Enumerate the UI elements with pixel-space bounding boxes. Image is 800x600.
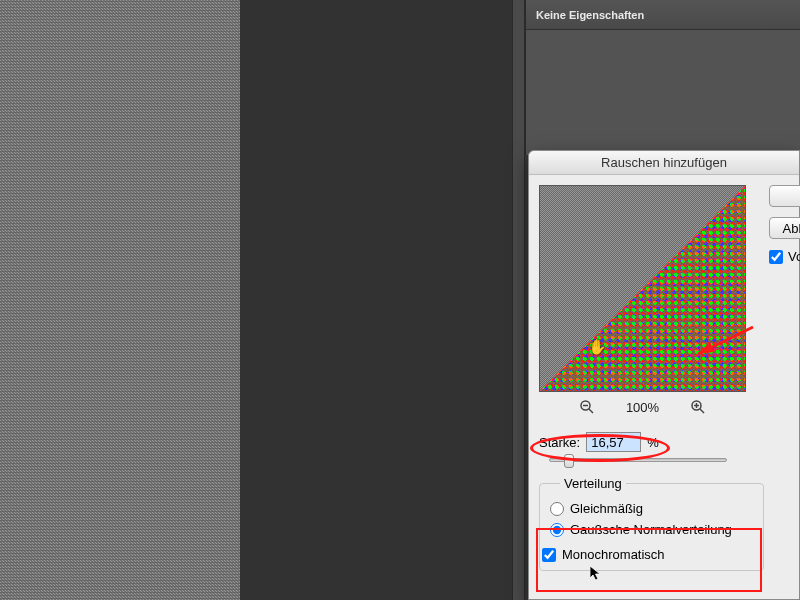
- svg-line-5: [700, 409, 704, 413]
- zoom-out-button[interactable]: [578, 398, 596, 416]
- amount-slider-thumb[interactable]: [564, 454, 574, 468]
- monochrome-label: Monochromatisch: [562, 547, 665, 562]
- preview-label: Vorschau: [788, 249, 800, 264]
- distribution-uniform-radio[interactable]: [550, 502, 564, 516]
- monochrome-checkbox[interactable]: [542, 548, 556, 562]
- hand-cursor-icon: ✋: [588, 338, 607, 356]
- distribution-gaussian-radio[interactable]: [550, 523, 564, 537]
- svg-line-2: [589, 409, 593, 413]
- amount-slider[interactable]: [549, 458, 727, 462]
- cancel-button[interactable]: Abbrechen: [769, 217, 800, 239]
- ok-button[interactable]: OK: [769, 185, 800, 207]
- noise-preview[interactable]: ✋: [539, 185, 746, 392]
- amount-label: Stärke:: [539, 435, 580, 450]
- monochrome-option[interactable]: Monochromatisch: [542, 547, 753, 562]
- zoom-out-icon: [579, 399, 595, 415]
- distribution-uniform-option[interactable]: Gleichmäßig: [550, 501, 753, 516]
- distribution-uniform-label: Gleichmäßig: [570, 501, 643, 516]
- properties-panel-title: Keine Eigenschaften: [536, 9, 644, 21]
- pasteboard: [240, 0, 512, 600]
- properties-panel-body: [526, 30, 800, 155]
- properties-panel: Keine Eigenschaften: [525, 0, 800, 155]
- amount-input[interactable]: [586, 432, 641, 452]
- scrollbar-vertical[interactable]: [512, 0, 525, 600]
- dialog-title: Rauschen hinzufügen: [529, 151, 799, 175]
- add-noise-dialog: Rauschen hinzufügen ✋ 100%: [528, 150, 800, 600]
- preview-toggle[interactable]: Vorschau: [769, 249, 800, 264]
- noise-layer: [0, 0, 240, 600]
- zoom-level: 100%: [626, 400, 659, 415]
- preview-checkbox[interactable]: [769, 250, 783, 264]
- amount-unit: %: [647, 435, 659, 450]
- distribution-legend: Verteilung: [560, 476, 626, 491]
- zoom-in-button[interactable]: [689, 398, 707, 416]
- distribution-gaussian-label: Gaußsche Normalverteilung: [570, 522, 732, 537]
- zoom-in-icon: [690, 399, 706, 415]
- properties-panel-header: Keine Eigenschaften: [526, 0, 800, 30]
- distribution-group: Verteilung Gleichmäßig Gaußsche Normalve…: [539, 476, 764, 571]
- document-canvas[interactable]: [0, 0, 240, 600]
- distribution-gaussian-option[interactable]: Gaußsche Normalverteilung: [550, 522, 753, 537]
